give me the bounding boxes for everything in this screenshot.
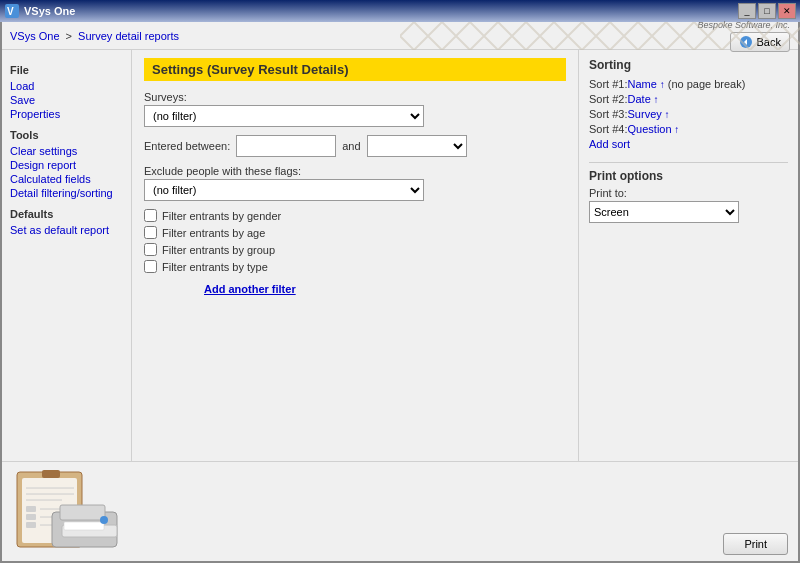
svg-text:V: V <box>7 6 14 17</box>
svg-rect-13 <box>26 514 36 520</box>
sidebar-item-detail-filtering[interactable]: Detail filtering/sorting <box>10 186 123 200</box>
sidebar-item-design-report[interactable]: Design report <box>10 158 123 172</box>
add-filter-link[interactable]: Add another filter <box>204 283 566 295</box>
exclude-label: Exclude people with these flags: <box>144 165 566 177</box>
surveys-row: Surveys: (no filter) <box>144 91 566 127</box>
sort-2-link[interactable]: Date <box>628 93 651 105</box>
minimize-button[interactable]: _ <box>738 3 756 19</box>
sort-2-arrow: ↑ <box>651 94 659 105</box>
sidebar: File Load Save Properties Tools Clear se… <box>2 50 132 461</box>
breadcrumb-current[interactable]: Survey detail reports <box>78 30 179 42</box>
surveys-label: Surveys: <box>144 91 566 103</box>
svg-rect-12 <box>26 506 36 512</box>
checkbox-row-type: Filter entrants by type <box>144 260 566 273</box>
between-end-select[interactable] <box>367 135 467 157</box>
filter-gender-label: Filter entrants by gender <box>162 210 281 222</box>
sort-4-prefix: Sort #4: <box>589 123 628 135</box>
title-controls[interactable]: _ □ ✕ <box>738 3 796 19</box>
sort-1-link[interactable]: Name <box>628 78 657 90</box>
printer-svg <box>12 470 122 555</box>
entered-between-row: Entered between: and <box>144 135 566 157</box>
tools-section-title: Tools <box>10 129 123 141</box>
checkbox-row-group: Filter entrants by group <box>144 243 566 256</box>
content-area: File Load Save Properties Tools Clear se… <box>2 50 798 461</box>
breadcrumb-home[interactable]: VSys One <box>10 30 60 42</box>
printer-illustration <box>12 470 122 555</box>
sort-row-2: Sort #2:Date ↑ <box>589 93 788 105</box>
print-options-title: Print options <box>589 162 788 183</box>
add-sort-link[interactable]: Add sort <box>589 138 788 150</box>
sort-row-4: Sort #4:Question ↑ <box>589 123 788 135</box>
svg-rect-8 <box>42 470 60 478</box>
main-settings-panel: Settings (Survey Result Details) Surveys… <box>132 50 578 461</box>
breadcrumb-bar: VSys One > Survey detail reports Bespoke… <box>2 22 798 50</box>
top-right-area: Bespoke Software, Inc. Back <box>697 20 790 52</box>
sort-2-prefix: Sort #2: <box>589 93 628 105</box>
bespoke-label: Bespoke Software, Inc. <box>697 20 790 30</box>
back-icon <box>739 35 753 49</box>
filter-group-checkbox[interactable] <box>144 243 157 256</box>
filter-group-label: Filter entrants by group <box>162 244 275 256</box>
svg-rect-19 <box>60 505 105 520</box>
file-section-title: File <box>10 64 123 76</box>
sort-3-arrow: ↑ <box>662 109 670 120</box>
sorting-title: Sorting <box>589 58 788 72</box>
sort-row-1: Sort #1:Name ↑ (no page break) <box>589 78 788 90</box>
surveys-select[interactable]: (no filter) <box>144 105 424 127</box>
sidebar-item-load[interactable]: Load <box>10 79 123 93</box>
svg-point-22 <box>100 516 108 524</box>
sidebar-item-calculated-fields[interactable]: Calculated fields <box>10 172 123 186</box>
title-bar-left: V VSys One <box>4 3 75 19</box>
sidebar-item-save[interactable]: Save <box>10 93 123 107</box>
svg-rect-14 <box>26 522 36 528</box>
filter-gender-checkbox[interactable] <box>144 209 157 222</box>
title-text: VSys One <box>24 5 75 17</box>
exclude-select[interactable]: (no filter) <box>144 179 424 201</box>
sort-row-3: Sort #3:Survey ↑ <box>589 108 788 120</box>
filter-age-label: Filter entrants by age <box>162 227 265 239</box>
sort-3-link[interactable]: Survey <box>628 108 662 120</box>
sidebar-item-clear-settings[interactable]: Clear settings <box>10 144 123 158</box>
app-icon: V <box>4 3 20 19</box>
svg-rect-21 <box>64 522 104 530</box>
filter-age-checkbox[interactable] <box>144 226 157 239</box>
sort-1-extra: (no page break) <box>665 78 746 90</box>
checkbox-row-gender: Filter entrants by gender <box>144 209 566 222</box>
title-bar: V VSys One _ □ ✕ <box>0 0 800 22</box>
entered-between-label: Entered between: <box>144 140 230 152</box>
maximize-button[interactable]: □ <box>758 3 776 19</box>
main-window: VSys One > Survey detail reports Bespoke… <box>0 22 800 563</box>
sort-1-arrow: ↑ <box>657 79 665 90</box>
exclude-row: Exclude people with these flags: (no fil… <box>144 165 566 201</box>
sidebar-item-set-default[interactable]: Set as default report <box>10 223 123 237</box>
and-label: and <box>342 140 360 152</box>
sort-4-link[interactable]: Question <box>628 123 672 135</box>
breadcrumb: VSys One > Survey detail reports <box>10 30 179 42</box>
filter-type-checkbox[interactable] <box>144 260 157 273</box>
sidebar-item-properties[interactable]: Properties <box>10 107 123 121</box>
defaults-section-title: Defaults <box>10 208 123 220</box>
settings-title: Settings (Survey Result Details) <box>144 58 566 81</box>
breadcrumb-sep: > <box>66 30 72 42</box>
sorting-panel: Sorting Sort #1:Name ↑ (no page break) S… <box>578 50 798 461</box>
sort-3-prefix: Sort #3: <box>589 108 628 120</box>
print-to-select[interactable]: Screen Printer PDF <box>589 201 739 223</box>
sort-4-arrow: ↑ <box>672 124 680 135</box>
bottom-bar: Print <box>2 461 798 561</box>
back-button[interactable]: Back <box>730 32 790 52</box>
print-to-label: Print to: <box>589 187 788 199</box>
between-start-input[interactable] <box>236 135 336 157</box>
print-button[interactable]: Print <box>723 533 788 555</box>
close-button[interactable]: ✕ <box>778 3 796 19</box>
filter-type-label: Filter entrants by type <box>162 261 268 273</box>
checkbox-row-age: Filter entrants by age <box>144 226 566 239</box>
sort-1-prefix: Sort #1: <box>589 78 628 90</box>
